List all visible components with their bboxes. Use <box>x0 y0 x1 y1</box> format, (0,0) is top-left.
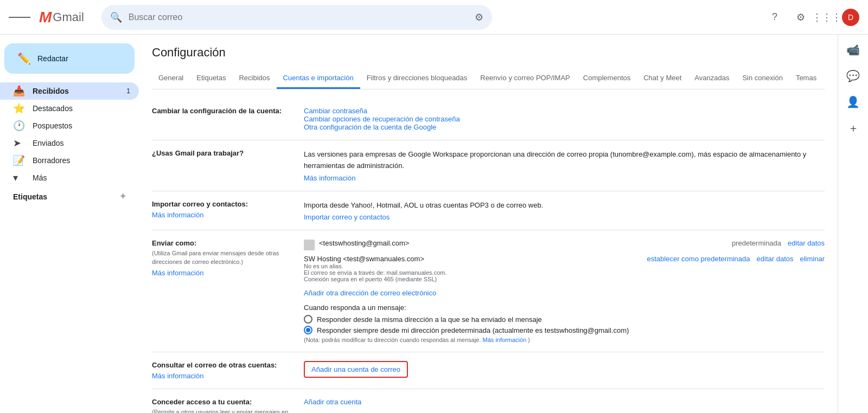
link-trabajo-mas[interactable]: Más información <box>304 174 355 182</box>
link-eliminar[interactable]: eliminar <box>800 255 825 263</box>
link-importar-action[interactable]: Importar correo y contactos <box>304 213 390 221</box>
main-layout: ✏️ Redactar 📥 Recibidos 1 ⭐ Destacados 🕐… <box>0 35 868 413</box>
sidebar-label-pospuestos: Pospuestos <box>33 121 130 130</box>
m-letter: M <box>39 9 52 26</box>
radio-reply-2[interactable]: Responder siempre desde mi dirección pre… <box>304 326 825 334</box>
topbar: M Gmail 🔍 ⚙ ? ⚙ ⋮⋮⋮ D <box>0 0 868 35</box>
topbar-right: ? ⚙ ⋮⋮⋮ D <box>764 7 859 28</box>
email2-alias: No es un alias. <box>304 263 642 269</box>
row-conceder: Conceder acceso a tu cuenta: (Permite a … <box>152 389 825 413</box>
label-col-cambiar: Cambiar la configuración de la cuenta: <box>152 107 304 131</box>
tab-reenvio[interactable]: Reenvío y correo POP/IMAP <box>474 68 576 89</box>
row-enviar-como: Enviar como: (Utiliza Gmail para enviar … <box>152 230 825 352</box>
tab-sinconexion[interactable]: Sin conexión <box>736 68 789 89</box>
reply-note: (Nota: podrás modificar tu dirección cua… <box>304 337 825 343</box>
tune-icon[interactable]: ⚙ <box>475 11 483 23</box>
email1-address: <testswhosting@gmail.com> <box>319 239 409 247</box>
label-col-enviar: Enviar como: (Utiliza Gmail para enviar … <box>152 239 304 343</box>
settings-icon[interactable]: ⚙ <box>790 7 812 28</box>
contacts-icon[interactable]: 👤 <box>843 91 864 113</box>
sidebar-item-borradores[interactable]: 📝 Borradores <box>0 152 139 169</box>
labels-section[interactable]: Etiquetas + <box>0 186 139 206</box>
link-enviar-mas[interactable]: Más información <box>152 269 203 277</box>
compose-icon: ✏️ <box>17 52 31 65</box>
sidebar-item-enviados[interactable]: ➤ Enviados <box>0 134 139 152</box>
link-cambiar-password[interactable]: Cambiar contraseña <box>304 107 367 115</box>
link-add-otra-cuenta[interactable]: Añadir otra cuenta <box>304 398 361 406</box>
label-col-trabajo: ¿Usas Gmail para trabajar? <box>152 149 304 182</box>
link-importar-mas[interactable]: Más información <box>152 211 203 219</box>
radio-circle-reply-1 <box>304 315 312 324</box>
tab-avanzadas[interactable]: Avanzadas <box>688 68 736 89</box>
plus-icon[interactable]: ＋ <box>843 117 864 139</box>
tab-bar: General Etiquetas Recibidos Cuentas e im… <box>152 68 825 89</box>
enviar-label: Enviar como: <box>152 239 304 247</box>
link-otra-config[interactable]: Otra configuración de la cuenta de Googl… <box>304 123 436 131</box>
sidebar-label-borradores: Borradores <box>33 156 130 165</box>
inbox-icon: 📥 <box>13 85 24 97</box>
value-col-consultar: Añadir una cuenta de correo <box>304 361 825 380</box>
labels-section-label: Etiquetas <box>13 192 47 201</box>
email2-name: SW Hosting <test@swmanuales.com> <box>304 255 642 263</box>
enviar-sublabel: (Utiliza Gmail para enviar mensajes desd… <box>152 249 293 266</box>
tab-filtros[interactable]: Filtros y direcciones bloqueadas <box>360 68 474 89</box>
tab-general[interactable]: General <box>152 68 190 89</box>
sendas-actions-2: establecer como predeterminada editar da… <box>647 255 825 263</box>
draft-icon: 📝 <box>13 154 24 166</box>
row-consultar: Consultar el correo de otras cuentas: Má… <box>152 352 825 389</box>
tab-temas[interactable]: Temas <box>789 68 823 89</box>
avatar[interactable]: D <box>842 9 859 26</box>
compose-button[interactable]: ✏️ Redactar <box>4 43 135 74</box>
row-cambiar-config: Cambiar la configuración de la cuenta: C… <box>152 98 825 140</box>
link-cambiar-recuperacion[interactable]: Cambiar opciones de recuperación de cont… <box>304 115 460 123</box>
gmail-text: Gmail <box>53 10 84 24</box>
link-establecer-predeterminada[interactable]: establecer como predeterminada <box>647 255 750 263</box>
menu-button[interactable] <box>9 7 30 28</box>
tab-recibidos[interactable]: Recibidos <box>232 68 276 89</box>
labels-add-icon[interactable]: + <box>120 191 126 202</box>
trabajo-label: ¿Usas Gmail para trabajar? <box>152 149 304 157</box>
row-gmail-trabajo: ¿Usas Gmail para trabajar? Las versiones… <box>152 140 825 191</box>
tab-etiquetas[interactable]: Etiquetas <box>190 68 232 89</box>
right-panel: 📹 💬 👤 ＋ <box>838 35 868 413</box>
conceder-sublabel: (Permite a otros usuarios leer y enviar … <box>152 408 293 413</box>
chat-icon[interactable]: 💬 <box>843 65 864 87</box>
help-icon[interactable]: ? <box>764 7 786 28</box>
link-add-address[interactable]: Añadir otra dirección de correo electrón… <box>304 289 436 297</box>
radio-reply-1[interactable]: Responder desde la misma dirección a la … <box>304 315 825 324</box>
link-editar-datos-2[interactable]: editar datos <box>757 255 794 263</box>
link-consultar-mas[interactable]: Más información <box>152 372 203 380</box>
link-editar-datos-1[interactable]: editar datos <box>788 239 825 247</box>
radio-label-reply-2: Responder siempre desde mi dirección pre… <box>317 326 629 334</box>
sendas-row-1: <testswhosting@gmail.com> predeterminada… <box>304 239 825 250</box>
radio-label-reply-1: Responder desde la misma dirección a la … <box>317 315 542 324</box>
content: Configuración General Etiquetas Recibido… <box>139 35 838 413</box>
radio-circle-reply-2 <box>304 326 312 334</box>
sidebar: ✏️ Redactar 📥 Recibidos 1 ⭐ Destacados 🕐… <box>0 35 139 413</box>
sidebar-item-destacados[interactable]: ⭐ Destacados <box>0 100 139 117</box>
sidebar-item-pospuestos[interactable]: 🕐 Pospuestos <box>0 117 139 134</box>
meet-icon[interactable]: 📹 <box>843 39 864 61</box>
label-col-consultar: Consultar el correo de otras cuentas: Má… <box>152 361 304 380</box>
sendas-avatar-1 <box>304 240 315 250</box>
predeterminada-badge: predeterminada <box>732 239 781 247</box>
add-mail-account-button[interactable]: Añadir una cuenta de correo <box>304 361 408 378</box>
tab-complementos[interactable]: Complementos <box>577 68 637 89</box>
link-reply-note-mas[interactable]: Más información <box>483 337 527 343</box>
sidebar-item-mas[interactable]: ▾ Más <box>0 169 139 186</box>
send-icon: ➤ <box>13 137 24 149</box>
sidebar-label-mas: Más <box>33 173 130 182</box>
consultar-label: Consultar el correo de otras cuentas: <box>152 361 304 369</box>
row-importar: Importar correo y contactos: Más informa… <box>152 191 825 231</box>
search-input[interactable] <box>129 12 470 22</box>
reply-label: Cuando responda a un mensaje: <box>304 304 825 312</box>
tab-chat[interactable]: Chat y Meet <box>637 68 688 89</box>
tab-cuentas[interactable]: Cuentas e importación <box>277 68 360 89</box>
apps-icon[interactable]: ⋮⋮⋮ <box>816 7 838 28</box>
value-col-trabajo: Las versiones para empresas de Google Wo… <box>304 149 825 182</box>
settings-section: Cambiar la configuración de la cuenta: C… <box>152 89 825 413</box>
clock-icon: 🕐 <box>13 120 24 132</box>
sidebar-label-destacados: Destacados <box>33 104 130 113</box>
star-icon: ⭐ <box>13 102 24 114</box>
sidebar-item-recibidos[interactable]: 📥 Recibidos 1 <box>0 82 139 100</box>
